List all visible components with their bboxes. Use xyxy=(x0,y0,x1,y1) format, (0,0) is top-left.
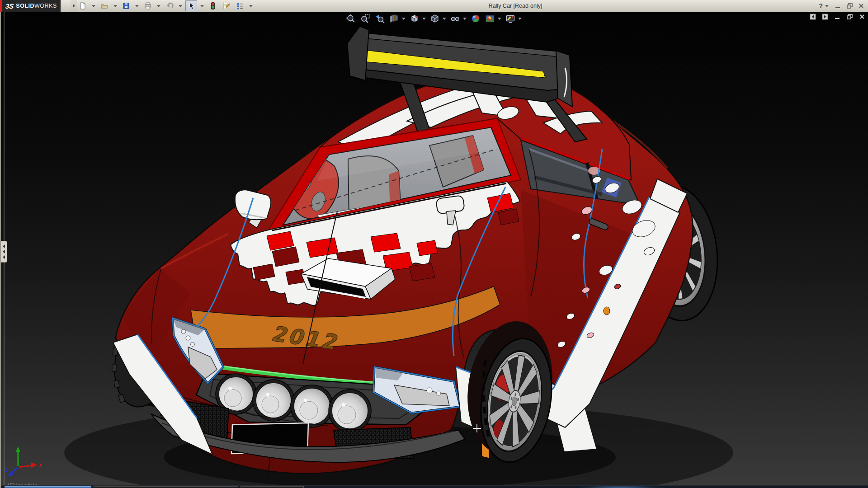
logo-red-stripe xyxy=(0,0,2,12)
apply-scene-button[interactable] xyxy=(485,13,495,24)
help-icon: ? xyxy=(819,2,823,9)
dropdown-caret-icon[interactable] xyxy=(443,18,446,20)
graphics-viewport[interactable]: 2012 xyxy=(0,12,868,488)
brand-name-bold: SOLID xyxy=(16,3,34,9)
select-button[interactable] xyxy=(185,0,197,11)
brand-name-light: WORKS xyxy=(34,3,57,9)
featuremanager-expand-tab[interactable] xyxy=(1,241,7,263)
view-settings-button[interactable] xyxy=(505,13,516,24)
chevron-left-icon xyxy=(3,255,5,259)
print-button[interactable] xyxy=(142,0,154,11)
window-close-button[interactable] xyxy=(857,2,865,10)
dropdown-caret-icon[interactable] xyxy=(249,5,253,7)
open-folder-icon xyxy=(100,2,108,10)
toggle-left-pane-button[interactable] xyxy=(810,14,816,20)
doc-minimize-button[interactable] xyxy=(834,14,840,20)
status-bar-pane xyxy=(241,486,304,488)
pane-toggle-right-icon xyxy=(822,14,828,20)
restore-icon xyxy=(846,14,853,20)
menu-bar-toolbar xyxy=(77,0,254,12)
menu-expand-arrow-icon[interactable] xyxy=(71,0,77,12)
y-axis-arrow-icon xyxy=(16,446,20,452)
rebuild-traffic-light-icon xyxy=(209,2,217,10)
section-view-button[interactable] xyxy=(389,13,400,24)
previous-view-button[interactable] xyxy=(374,13,385,24)
save-button[interactable] xyxy=(120,0,132,11)
window-minimize-button[interactable] xyxy=(834,2,842,10)
rebuild-button[interactable] xyxy=(207,0,219,11)
dropdown-caret-icon[interactable] xyxy=(463,18,467,20)
hide-show-items-button[interactable] xyxy=(450,13,461,24)
dropdown-caret-icon[interactable] xyxy=(179,5,182,7)
headsup-view-toolbar xyxy=(345,13,522,24)
dropdown-caret-icon[interactable] xyxy=(92,5,95,7)
display-style-button[interactable] xyxy=(429,13,440,24)
close-icon xyxy=(859,14,865,20)
x-axis-label: X xyxy=(38,463,42,468)
new-document-icon xyxy=(79,2,87,10)
save-floppy-icon xyxy=(122,2,130,10)
dropdown-caret-icon[interactable] xyxy=(157,5,160,7)
file-properties-button[interactable] xyxy=(221,0,232,11)
help-button[interactable]: ? xyxy=(819,2,830,9)
appearance-ball-icon xyxy=(471,14,481,23)
dropdown-caret-icon[interactable] xyxy=(422,18,426,20)
window-title: Rally Car [Read-only] xyxy=(489,0,542,12)
chevron-left-icon xyxy=(3,250,5,253)
view-orientation-button[interactable] xyxy=(409,13,420,24)
x-axis-arrow-icon xyxy=(31,462,37,468)
solidworks-window: 3S SOLID WORKS xyxy=(0,0,868,488)
options-button[interactable] xyxy=(234,0,246,11)
dropdown-caret-icon xyxy=(825,5,829,7)
restore-icon xyxy=(846,3,853,9)
view-settings-icon xyxy=(505,14,515,23)
zoom-to-area-icon xyxy=(360,14,370,23)
section-view-icon xyxy=(389,14,399,23)
select-cursor-icon xyxy=(187,2,195,10)
chevron-left-icon xyxy=(3,244,5,248)
dropdown-caret-icon[interactable] xyxy=(498,18,501,20)
zoom-to-area-button[interactable] xyxy=(360,13,371,24)
status-bar xyxy=(1,485,868,488)
dropdown-caret-icon[interactable] xyxy=(518,18,522,20)
window-restore-button[interactable] xyxy=(845,2,854,10)
open-button[interactable] xyxy=(99,0,110,11)
zoom-to-fit-button[interactable] xyxy=(345,13,356,24)
dropdown-caret-icon[interactable] xyxy=(402,18,406,20)
undo-button[interactable] xyxy=(164,0,175,11)
doc-close-button[interactable] xyxy=(859,14,865,20)
car-model-3d[interactable]: 2012 xyxy=(1,12,868,488)
edit-appearance-button[interactable] xyxy=(470,13,481,24)
status-bar-glow xyxy=(580,486,661,488)
view-orientation-cube-icon xyxy=(410,14,420,23)
file-properties-icon xyxy=(222,2,231,10)
dropdown-caret-icon[interactable] xyxy=(135,5,139,7)
minimize-icon xyxy=(835,3,841,9)
ds-logo-icon: 3S xyxy=(5,2,14,10)
z-axis-label: Z xyxy=(5,467,9,473)
document-window-controls xyxy=(810,14,865,20)
display-style-cube-icon xyxy=(430,14,440,23)
printer-icon xyxy=(144,2,152,10)
minimize-icon xyxy=(834,14,840,20)
zoom-to-fit-icon xyxy=(346,14,356,23)
apply-scene-icon xyxy=(485,14,495,23)
pane-toggle-left-icon xyxy=(810,14,816,20)
new-document-button[interactable] xyxy=(77,0,89,11)
previous-view-icon xyxy=(375,14,385,23)
toggle-right-pane-button[interactable] xyxy=(822,14,828,20)
close-icon xyxy=(858,3,864,9)
title-bar: 3S SOLID WORKS xyxy=(0,0,868,12)
solidworks-logo: 3S SOLID WORKS xyxy=(0,0,61,12)
dropdown-caret-icon[interactable] xyxy=(113,5,117,7)
options-checklist-icon xyxy=(236,2,244,10)
undo-arrow-icon xyxy=(165,2,174,10)
doc-restore-button[interactable] xyxy=(846,14,853,20)
status-bar-highlight xyxy=(5,486,91,488)
eyeglasses-icon xyxy=(450,14,460,23)
window-controls: ? xyxy=(819,0,865,12)
status-bar-pane xyxy=(94,486,238,488)
orientation-triad: X Z xyxy=(5,446,46,478)
dropdown-caret-icon[interactable] xyxy=(200,5,204,7)
